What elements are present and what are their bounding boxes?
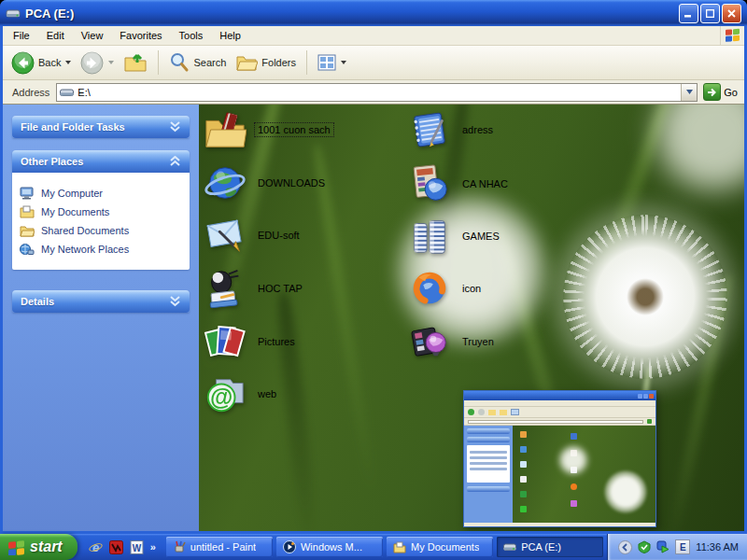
task-buttons: untitled - Paint Windows M... My Documen… (162, 534, 608, 560)
hide-icons-chevron-icon[interactable] (618, 540, 632, 554)
media-player-icon (283, 540, 296, 553)
forward-button[interactable] (76, 49, 119, 77)
go-button[interactable] (703, 83, 721, 101)
file-label: icon (459, 282, 484, 295)
taskbar-button-pca-e[interactable]: PCA (E:) (497, 537, 603, 557)
file-icon-folder[interactable]: icon (408, 267, 484, 310)
folders-button[interactable]: Folders (231, 50, 301, 75)
tray-messenger-icon[interactable] (656, 540, 669, 553)
file-ca-nhac[interactable]: CA NHAC (408, 162, 511, 205)
grass-blade (580, 105, 683, 323)
search-label: Search (193, 57, 226, 68)
menu-tools[interactable]: Tools (171, 27, 212, 44)
file-label: CA NHAC (459, 177, 511, 190)
minimize-button[interactable] (679, 4, 698, 23)
chevron-down-icon[interactable] (169, 121, 181, 133)
svg-text:e: e (92, 540, 99, 554)
file-adress[interactable]: adress (408, 108, 496, 151)
language-indicator[interactable]: E (675, 539, 690, 554)
tray-green-icon[interactable] (638, 540, 651, 553)
taskbar-button-my-documents[interactable]: My Documents (387, 537, 493, 557)
search-button[interactable]: Search (164, 50, 231, 75)
file-edu-soft[interactable]: EDU-soft (204, 214, 303, 257)
grass-blade (665, 274, 734, 531)
pictures-icon (204, 320, 247, 363)
start-button[interactable]: start (0, 534, 78, 560)
file-pictures[interactable]: Pictures (204, 320, 298, 363)
address-label: Address (6, 87, 56, 98)
close-button[interactable] (722, 4, 741, 23)
file-truyen[interactable]: Truyen (408, 320, 497, 363)
back-dropdown-icon[interactable] (65, 61, 71, 64)
panel-title: File and Folder Tasks (21, 121, 125, 133)
sidebar-item-my-documents[interactable]: My Documents (20, 205, 182, 218)
file-label: EDU-soft (255, 229, 303, 242)
internet-explorer-icon[interactable]: e (89, 540, 103, 554)
views-dropdown-icon[interactable] (341, 61, 346, 64)
views-button[interactable] (313, 52, 351, 73)
back-label: Back (38, 57, 61, 68)
file-games[interactable]: GAMES (408, 215, 502, 258)
task-label: My Documents (411, 541, 479, 553)
menu-help[interactable]: Help (211, 27, 249, 44)
panel-other-places: Other Places (12, 150, 190, 270)
place-label: My Documents (41, 206, 109, 217)
panel-header-file-folder-tasks[interactable]: File and Folder Tasks (12, 116, 190, 138)
drive-icon (503, 542, 516, 553)
forward-dropdown-icon[interactable] (108, 61, 114, 64)
toolbar-separator (306, 50, 307, 75)
word-icon[interactable]: W (130, 540, 144, 554)
mini-address-bar (464, 418, 655, 426)
svg-text:W: W (132, 542, 141, 553)
my-documents-icon (20, 205, 35, 218)
address-input[interactable]: E:\ (56, 83, 698, 102)
device-globe-icon (408, 320, 451, 363)
toolbar: Back (3, 46, 744, 80)
file-label: adress (459, 123, 496, 136)
file-hoc-tap[interactable]: HOC TAP (204, 267, 305, 310)
file-downloads[interactable]: DOWNLOADS (204, 161, 328, 204)
panel-header-other-places[interactable]: Other Places (12, 150, 190, 173)
start-label: start (30, 539, 63, 555)
menu-edit[interactable]: Edit (38, 27, 73, 44)
taskbar-clock[interactable]: 11:36 AM (696, 541, 739, 553)
address-book-icon (408, 108, 451, 151)
quick-launch-more-chevron[interactable]: » (150, 541, 155, 553)
mini-title-bar (464, 391, 655, 400)
task-label: untitled - Paint (190, 541, 256, 553)
chevron-down-icon[interactable] (169, 296, 181, 307)
address-dropdown-button[interactable] (681, 84, 697, 101)
file-web[interactable]: @ web (204, 372, 279, 415)
toolbar-separator (158, 50, 159, 75)
menu-favorites[interactable]: Favorites (111, 27, 170, 44)
go-label[interactable]: Go (724, 87, 738, 98)
file-label: GAMES (459, 230, 502, 243)
mini-toolbar (464, 407, 655, 418)
taskbar-button-paint[interactable]: untitled - Paint (166, 537, 273, 557)
sidebar-item-my-network-places[interactable]: My Network Places (20, 243, 182, 256)
maximize-button[interactable] (700, 4, 720, 23)
mini-minimize (638, 394, 642, 399)
views-grid-icon (317, 54, 336, 71)
file-label: Truyen (459, 335, 497, 348)
panel-header-details[interactable]: Details (12, 290, 190, 313)
red-app-icon[interactable] (109, 540, 123, 554)
menu-view[interactable]: View (73, 27, 112, 44)
title-bar[interactable]: PCA (E:) (0, 0, 747, 26)
taskbar-button-windows-media[interactable]: Windows M... (276, 537, 383, 557)
back-button[interactable]: Back (7, 49, 76, 77)
file-label: web (255, 387, 279, 400)
file-1001-cuon-sach[interactable]: 1001 cuon sach (204, 108, 333, 151)
system-tray: E 11:36 AM (607, 534, 747, 560)
panel-title: Details (21, 296, 54, 307)
place-label: My Network Places (41, 244, 129, 255)
taskbar: start e W » untitled - Paint (0, 534, 747, 560)
search-icon (169, 52, 190, 73)
sidebar-item-shared-documents[interactable]: Shared Documents (20, 224, 182, 237)
sidebar-item-my-computer[interactable]: My Computer (20, 187, 182, 200)
up-button[interactable] (119, 49, 152, 76)
menu-file[interactable]: File (5, 27, 38, 44)
address-value: E:\ (78, 87, 681, 98)
chevron-up-icon[interactable] (169, 156, 181, 167)
address-bar: Address E:\ Go (3, 80, 744, 105)
